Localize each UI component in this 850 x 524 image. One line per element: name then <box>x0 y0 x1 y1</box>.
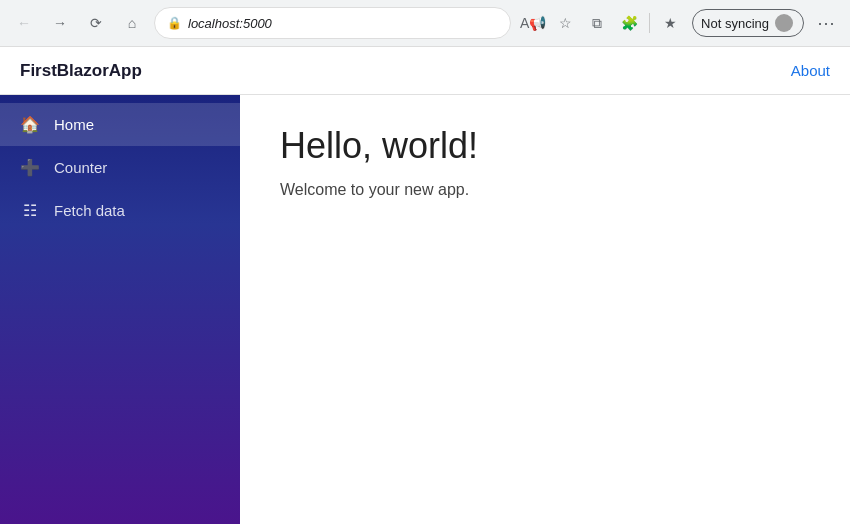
read-aloud-button[interactable]: A📢 <box>519 9 547 37</box>
sidebar-item-fetch-data-label: Fetch data <box>54 202 125 219</box>
sidebar-item-home[interactable]: 🏠 Home <box>0 103 240 146</box>
app-container: FirstBlazorApp About 🏠 Home ➕ Counter ☷ … <box>0 47 850 524</box>
lock-icon: 🔒 <box>167 16 182 30</box>
main-layout: 🏠 Home ➕ Counter ☷ Fetch data Hello, wor… <box>0 95 850 524</box>
app-title: FirstBlazorApp <box>20 61 142 81</box>
history-button[interactable]: ★ <box>656 9 684 37</box>
address-text: localhost:5000 <box>188 16 498 31</box>
sidebar-item-counter-label: Counter <box>54 159 107 176</box>
back-button[interactable]: ← <box>10 9 38 37</box>
fetch-data-icon: ☷ <box>20 201 40 220</box>
address-bar[interactable]: 🔒 localhost:5000 <box>154 7 511 39</box>
sync-button[interactable]: Not syncing <box>692 9 804 37</box>
collections-button[interactable]: ⧉ <box>583 9 611 37</box>
sidebar-item-home-label: Home <box>54 116 94 133</box>
sidebar: 🏠 Home ➕ Counter ☷ Fetch data <box>0 95 240 524</box>
home-button[interactable]: ⌂ <box>118 9 146 37</box>
more-options-button[interactable]: ⋯ <box>812 9 840 37</box>
content-area: Hello, world! Welcome to your new app. <box>240 95 850 524</box>
extensions-button[interactable]: 🧩 <box>615 9 643 37</box>
about-link[interactable]: About <box>791 62 830 79</box>
browser-chrome: ← → ⟳ ⌂ 🔒 localhost:5000 A📢 ☆ ⧉ 🧩 ★ Not … <box>0 0 850 47</box>
toolbar-separator <box>649 13 650 33</box>
avatar <box>775 14 793 32</box>
page-subtext: Welcome to your new app. <box>280 181 810 199</box>
page-heading: Hello, world! <box>280 125 810 167</box>
sidebar-item-counter[interactable]: ➕ Counter <box>0 146 240 189</box>
browser-toolbar: ← → ⟳ ⌂ 🔒 localhost:5000 A📢 ☆ ⧉ 🧩 ★ Not … <box>0 0 850 46</box>
forward-button[interactable]: → <box>46 9 74 37</box>
toolbar-icons: A📢 ☆ ⧉ 🧩 ★ <box>519 9 684 37</box>
reload-button[interactable]: ⟳ <box>82 9 110 37</box>
app-header: FirstBlazorApp About <box>0 47 850 95</box>
favorites-button[interactable]: ☆ <box>551 9 579 37</box>
home-icon: 🏠 <box>20 115 40 134</box>
sync-label: Not syncing <box>701 16 769 31</box>
sidebar-item-fetch-data[interactable]: ☷ Fetch data <box>0 189 240 232</box>
counter-icon: ➕ <box>20 158 40 177</box>
